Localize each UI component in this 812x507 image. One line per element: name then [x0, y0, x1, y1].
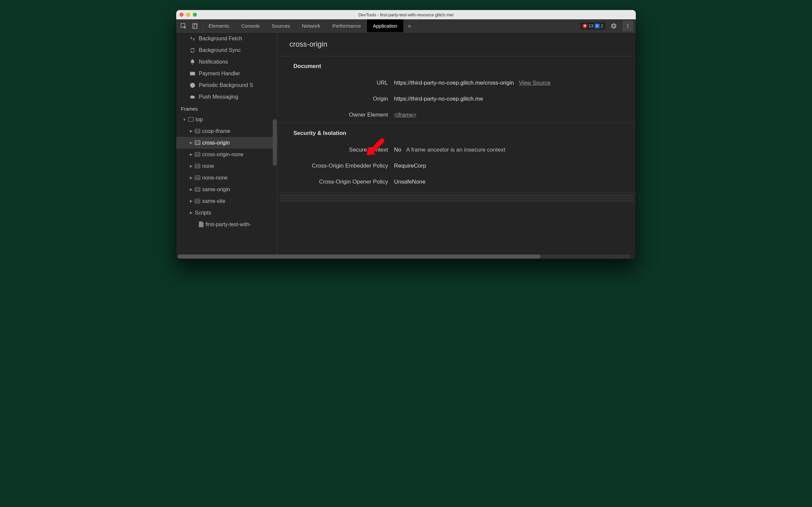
- panel-body: Background Fetch Background Sync Notific…: [176, 33, 636, 259]
- secure-context-note: A frame ancestor is an insecure context: [406, 147, 505, 153]
- settings-button[interactable]: [608, 21, 619, 31]
- inspect-element-icon[interactable]: [180, 23, 187, 29]
- iframe-icon: [195, 164, 200, 168]
- frame-scripts[interactable]: ▶ Scripts: [176, 207, 277, 219]
- svg-point-3: [628, 24, 629, 25]
- sidebar-vertical-scrollbar[interactable]: [273, 119, 277, 166]
- minimize-window-button[interactable]: [186, 13, 190, 17]
- row-url: URL https://third-party-no-coep.glitch.m…: [278, 75, 636, 91]
- bottom-input-bar[interactable]: [280, 195, 633, 202]
- svg-point-4: [628, 25, 629, 26]
- toolbar-left: [176, 19, 202, 32]
- frame-label: cross-origin-none: [202, 152, 243, 158]
- frame-cross-origin[interactable]: ▶ cross-origin: [176, 137, 277, 149]
- iframe-icon: [195, 187, 200, 191]
- row-coep: Cross-Origin Embedder Policy RequireCorp: [278, 158, 636, 174]
- disclosure-triangle-icon[interactable]: ▶: [189, 199, 193, 203]
- sidebar-item-label: Background Sync: [199, 47, 240, 53]
- frame-icon: [188, 117, 193, 122]
- console-counters[interactable]: ✕ 13 = 2: [581, 22, 605, 30]
- tab-network[interactable]: Network: [296, 19, 327, 32]
- sidebar-item-payment-handler[interactable]: Payment Handler: [176, 68, 277, 79]
- tab-sources[interactable]: Sources: [266, 19, 296, 32]
- coop-label: Cross-Origin Opener Policy: [278, 178, 394, 185]
- maximize-window-button[interactable]: [193, 13, 197, 17]
- window-title: DevTools - first-party-test-with-resourc…: [176, 12, 636, 17]
- frame-none[interactable]: ▶ none: [176, 160, 277, 172]
- tab-console[interactable]: Console: [235, 19, 266, 32]
- application-sidebar: Background Fetch Background Sync Notific…: [176, 33, 278, 259]
- tab-elements[interactable]: Elements: [202, 19, 235, 32]
- disclosure-triangle-icon[interactable]: ▶: [189, 152, 193, 157]
- sidebar-item-label: Push Messaging: [199, 94, 238, 100]
- frame-coop-iframe[interactable]: ▶ coop-iframe: [176, 125, 277, 137]
- sidebar-horizontal-scrollbar[interactable]: [178, 255, 278, 259]
- disclosure-triangle-icon[interactable]: ▼: [183, 118, 186, 122]
- frame-file[interactable]: first-party-test-with-: [176, 219, 277, 230]
- file-label: first-party-test-with-: [206, 222, 251, 228]
- frames-header: Frames: [176, 103, 277, 114]
- frame-same-origin[interactable]: ▶ same-origin: [176, 183, 277, 195]
- coep-value: RequireCorp: [394, 163, 628, 169]
- view-source-link[interactable]: View Source: [519, 79, 550, 86]
- more-options-button[interactable]: [623, 21, 633, 31]
- row-owner-element: Owner Element <iframe>: [278, 107, 636, 123]
- disclosure-triangle-icon[interactable]: ▶: [189, 164, 193, 168]
- row-origin: Origin https://third-party-no-coep.glitc…: [278, 91, 636, 107]
- frame-label: none: [202, 163, 214, 169]
- tab-performance[interactable]: Performance: [327, 19, 367, 32]
- device-toolbar-icon[interactable]: [191, 23, 198, 29]
- titlebar: DevTools - first-party-test-with-resourc…: [176, 10, 636, 19]
- disclosure-triangle-icon[interactable]: ▶: [189, 211, 193, 215]
- disclosure-triangle-icon[interactable]: ▶: [189, 129, 193, 133]
- frame-label: cross-origin: [202, 140, 230, 146]
- disclosure-triangle-icon[interactable]: ▶: [189, 176, 193, 180]
- panel-tabs: Elements Console Sources Network Perform…: [202, 19, 578, 32]
- coop-value: UnsafeNone: [394, 178, 628, 185]
- frame-label: none-none: [202, 175, 228, 181]
- owner-element-link[interactable]: <iframe>: [394, 112, 416, 118]
- file-icon: [199, 222, 204, 227]
- url-label: URL: [278, 79, 394, 86]
- frame-details-pane: cross-origin Document URL https://third-…: [278, 33, 636, 259]
- frame-cross-origin-none[interactable]: ▶ cross-origin-none: [176, 149, 277, 160]
- svg-point-5: [628, 27, 629, 28]
- frame-label: same-origin: [202, 186, 230, 192]
- scrollbar-thumb[interactable]: [178, 255, 278, 259]
- scripts-label: Scripts: [195, 210, 211, 216]
- svg-rect-6: [190, 72, 195, 75]
- frame-same-site[interactable]: ▶ same-site: [176, 195, 277, 207]
- document-section-header: Document: [278, 56, 636, 75]
- svg-rect-2: [194, 24, 197, 29]
- disclosure-triangle-icon[interactable]: ▶: [189, 140, 193, 145]
- message-icon: =: [595, 24, 599, 28]
- devtools-toolbar: Elements Console Sources Network Perform…: [176, 19, 636, 33]
- sidebar-item-background-sync[interactable]: Background Sync: [176, 44, 277, 56]
- error-icon: ✕: [583, 24, 587, 28]
- sidebar-item-label: Notifications: [199, 59, 228, 65]
- owner-label: Owner Element: [278, 112, 394, 118]
- sidebar-item-background-fetch[interactable]: Background Fetch: [176, 33, 277, 44]
- window-controls: [179, 13, 197, 17]
- sidebar-item-push-messaging[interactable]: Push Messaging: [176, 91, 277, 103]
- iframe-icon: [195, 129, 200, 133]
- devtools-window: DevTools - first-party-test-with-resourc…: [176, 10, 636, 259]
- coep-label: Cross-Origin Embedder Policy: [278, 163, 394, 169]
- origin-label: Origin: [278, 96, 394, 102]
- tab-application[interactable]: Application: [367, 19, 403, 32]
- secure-context-value: No A frame ancestor is an insecure conte…: [394, 147, 628, 153]
- iframe-icon: [195, 199, 200, 203]
- sidebar-item-label: Payment Handler: [199, 71, 240, 76]
- frame-label: same-site: [202, 198, 225, 204]
- frame-top[interactable]: ▼ top: [176, 114, 277, 125]
- toolbar-right: ✕ 13 = 2: [578, 19, 636, 32]
- disclosure-triangle-icon[interactable]: ▶: [189, 187, 193, 191]
- sidebar-item-periodic-background-sync[interactable]: Periodic Background S: [176, 79, 277, 91]
- error-count: 13: [588, 23, 593, 28]
- frame-label: top: [195, 117, 203, 123]
- more-tabs-button[interactable]: »: [403, 19, 416, 32]
- frame-none-none[interactable]: ▶ none-none: [176, 172, 277, 183]
- close-window-button[interactable]: [179, 13, 183, 17]
- sidebar-item-notifications[interactable]: Notifications: [176, 56, 277, 68]
- row-coop: Cross-Origin Opener Policy UnsafeNone: [278, 174, 636, 190]
